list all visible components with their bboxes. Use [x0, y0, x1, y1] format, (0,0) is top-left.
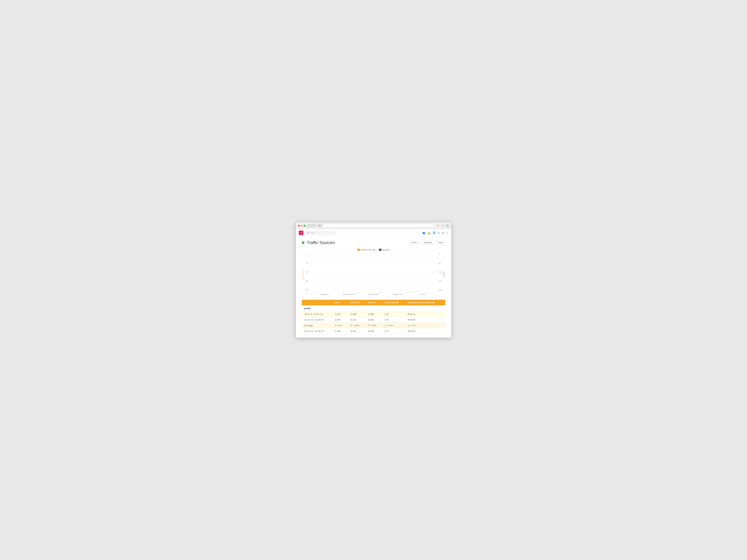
settings-icon[interactable]: ⚙: [438, 232, 440, 234]
table-row: Jun 01 '16 - Jun 30 '16 11,184 10,181 18…: [302, 317, 445, 323]
sessions-swatch: [379, 249, 381, 251]
x-label-accountlive: account.live.com: [343, 293, 355, 295]
share-icon[interactable]: ⬆: [436, 224, 440, 228]
users-icon[interactable]: 👥: [422, 232, 426, 234]
sessions-per-user-swatch: [357, 249, 360, 251]
x-label-google: Google.com: [318, 293, 330, 295]
status-dot: [302, 241, 305, 244]
row-avg-duration: 00:06:06: [405, 317, 445, 323]
table-row: Jul 01 '16 - Jul 31 '16 11,218 10,086 17…: [302, 311, 445, 317]
change-users: ▲ 0.30%: [332, 323, 348, 328]
row-sessions: 18,008: [365, 328, 382, 334]
col-header-sessions: Sessions: [365, 300, 382, 305]
more-icon: •: [438, 242, 438, 244]
legend-sessions: Sessions: [379, 249, 390, 251]
row-label: Jun 01 '16 - Jun 30 '16: [302, 317, 332, 323]
col-header-label: [302, 300, 332, 305]
legend-sessions-per-user: Sessions Per User: [357, 249, 376, 251]
row-sessions: 18,008: [365, 317, 382, 323]
change-bounce-rate: ▲ 82.89%: [382, 323, 405, 328]
send-button[interactable]: ✉ Send: [408, 241, 419, 245]
close-button[interactable]: [298, 225, 300, 227]
x-axis: Google.com account.live.com login.live.c…: [309, 293, 438, 295]
browser-window: ‹ › ⊞ ⬆ ⧉ + + 🔍 Search 👥 🔔 🌐 ⚙ ▤ ↗: [296, 222, 451, 338]
y-axis-right-label: Sessions: [443, 254, 445, 295]
change-new-users: ▼ -0.93%: [348, 323, 366, 328]
view-button[interactable]: ⊞: [317, 224, 321, 227]
chart-grid: [309, 254, 438, 293]
app-toolbar: + 🔍 Search 👥 🔔 🌐 ⚙ ▤ ↗: [296, 229, 451, 237]
row-new-users: 10,181: [348, 328, 366, 334]
header-buttons: ✉ Send ↓ Download • More: [408, 241, 445, 245]
layout-icon[interactable]: ▤: [442, 232, 444, 234]
section-label: google: [302, 305, 445, 311]
url-bar[interactable]: [323, 224, 435, 228]
browser-chrome: ‹ › ⊞ ⬆ ⧉ +: [296, 222, 451, 229]
y-axis-right: 200 150 100 50 0: [438, 254, 443, 295]
download-icon: ↓: [422, 242, 423, 244]
more-button[interactable]: • More: [435, 241, 445, 245]
page-header: Traffic Sources ✉ Send ↓ Download • More: [302, 240, 445, 245]
export-icon[interactable]: ↗: [446, 232, 448, 234]
x-label-tco: t.co.com: [416, 293, 428, 295]
col-header-avg-duration: Avg Session Duration(Seconds): [405, 300, 445, 305]
duplicate-icon[interactable]: ⧉: [441, 224, 445, 228]
row-avg-duration: 00:06:13: [405, 311, 445, 317]
search-icon: 🔍: [307, 232, 309, 234]
col-header-bounce-rate: Bounce rate (%): [382, 300, 405, 305]
row-sessions: 17,993: [365, 311, 382, 317]
data-table: Users New Users Sessions Bounce rate (%)…: [302, 300, 445, 334]
toolbar-icons: 👥 🔔 🌐 ⚙ ▤ ↗: [422, 232, 448, 234]
traffic-lights: [298, 225, 306, 227]
bell-icon[interactable]: 🔔: [428, 232, 431, 234]
search-box[interactable]: 🔍 Search: [305, 231, 335, 235]
chart-container: Sessions Per User 80 60 40 20 0: [302, 254, 445, 295]
search-input[interactable]: Search: [310, 232, 315, 234]
row-bounce-rate: 0.76: [382, 317, 405, 323]
change-avg-duration: ▲ 1.00%: [405, 323, 445, 328]
row-new-users: 10,086: [348, 311, 366, 317]
table-header-row: Users New Users Sessions Bounce rate (%)…: [302, 300, 445, 305]
row-users: 11,184: [332, 317, 348, 323]
chart-main: Google.com account.live.com login.live.c…: [309, 254, 438, 295]
row-bounce-rate: 0.76: [382, 328, 405, 334]
row-avg-duration: 00:06:06: [405, 328, 445, 334]
row-label: Jul 01 '16 - Jul 31 '16: [302, 311, 332, 317]
new-tab-button[interactable]: +: [446, 224, 449, 227]
y-axis-left: 80 60 40 20 0: [305, 254, 309, 295]
section-header-google: google: [302, 305, 445, 311]
row-bounce-rate: 1.39: [382, 311, 405, 317]
page-content: Traffic Sources ✉ Send ↓ Download • More: [296, 237, 451, 338]
download-button[interactable]: ↓ Download: [420, 241, 434, 245]
back-button[interactable]: ‹: [307, 224, 311, 227]
maximize-button[interactable]: [304, 225, 306, 227]
row-users: 11,218: [332, 311, 348, 317]
minimize-button[interactable]: [301, 225, 303, 227]
x-label-loginlive: login.live.com: [367, 293, 379, 295]
x-label-lastpass: lastpass.com: [392, 293, 404, 295]
table-row-change: % change ▲ 0.30% ▼ -0.93% ▼ -0.08% ▲ 82.…: [302, 323, 445, 328]
chart-area: Sessions Per User Sessions Sessions Per …: [302, 249, 445, 295]
col-header-new-users: New Users: [348, 300, 366, 305]
table-row: Jun 01 '16 - Jun 30 '16 11,184 10,181 18…: [302, 328, 445, 334]
row-label: Jun 01 '16 - Jun 30 '16: [302, 328, 332, 334]
row-new-users: 10,181: [348, 317, 366, 323]
row-users: 11,184: [332, 328, 348, 334]
page-title: Traffic Sources: [307, 240, 335, 245]
y-axis-left-label: Sessions Per User: [302, 254, 304, 295]
send-icon: ✉: [410, 242, 412, 244]
col-header-users: Users: [332, 300, 348, 305]
forward-button[interactable]: ›: [312, 224, 316, 227]
bars-area: [309, 254, 438, 292]
add-button[interactable]: +: [299, 231, 303, 235]
change-label: % change: [302, 323, 332, 328]
change-sessions: ▼ -0.08%: [365, 323, 382, 328]
chart-legend: Sessions Per User Sessions: [302, 249, 445, 251]
globe-icon[interactable]: 🌐: [433, 232, 436, 234]
